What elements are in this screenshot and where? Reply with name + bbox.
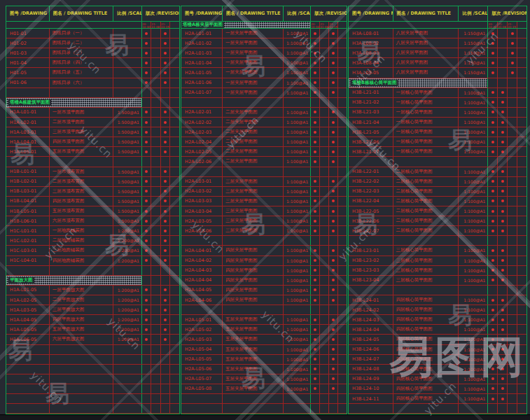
revision-cells	[488, 404, 526, 413]
revision-subcell	[329, 98, 338, 107]
revision-subcell	[161, 236, 171, 245]
revision-subcell	[311, 305, 320, 314]
revision-subcell	[311, 118, 320, 127]
drawing-title-cell: 二层地面铺装图	[50, 236, 113, 245]
revision-subcell	[508, 118, 517, 127]
revision-mark-icon	[501, 387, 504, 390]
revision-subcell	[338, 384, 347, 393]
drawing-no-cell: H2A-L05-08	[181, 384, 223, 393]
revision-subcell	[170, 266, 179, 275]
scale-cell: 1:200@A1	[113, 246, 142, 255]
revision-mark-icon	[164, 180, 167, 183]
revision-subcell	[329, 345, 338, 354]
revision-subcell	[320, 315, 329, 324]
revision-mark-icon	[145, 170, 148, 173]
revision-cells	[311, 206, 347, 216]
revision-mark-icon	[145, 71, 148, 74]
drawing-title-cell: 二层夹层平面图	[223, 147, 284, 156]
revision-subcell	[488, 29, 498, 38]
empty-row	[181, 167, 347, 177]
drawing-no-cell	[181, 98, 223, 107]
scale-cell: 1:100@A1	[459, 98, 488, 107]
revision-subcell	[311, 246, 320, 255]
revision-subcell	[517, 315, 526, 324]
revision-subcell	[488, 404, 498, 413]
drawing-no-cell: H3B-L24-05	[349, 335, 393, 344]
revision-mark-icon	[332, 111, 335, 113]
revision-subcell	[338, 286, 347, 295]
drawing-title-cell: 三层夹层平面图	[223, 187, 284, 196]
table-header-row: 图号 /DRAWING NO.图名 / DRAWING TITLE比例 /SCA…	[181, 6, 347, 22]
drawing-title-cell: 四层夹层平面图	[223, 276, 284, 285]
revision-subcell	[142, 226, 152, 235]
revision-subcell	[320, 394, 329, 403]
revision-subcell	[338, 88, 347, 97]
drawing-no-cell: H1A-L04-05	[6, 315, 50, 324]
revision-mark-icon	[314, 71, 316, 74]
table-row: H1A-L04-01四层吊顶平面图1:500@A1	[6, 137, 179, 147]
revision-subcell	[517, 118, 526, 127]
drawing-no-cell: H1A-L01-01	[6, 108, 50, 117]
revision-subcell	[170, 29, 179, 38]
table-row: H2A-L01-01一层夹层平面图1:100@A1	[181, 29, 347, 38]
revision-mark-icon	[491, 338, 494, 341]
table-row: H3B-L24-06四层核心筒平面图1:100@A1	[349, 345, 526, 355]
revision-subcell	[508, 137, 517, 146]
drawing-no-cell	[181, 167, 223, 176]
drawing-title-cell: 二层夹层平面图	[223, 118, 284, 127]
scale-cell	[459, 404, 488, 413]
drawing-title-cell: 四层核心筒平面图	[393, 305, 459, 314]
revision-subcell	[142, 325, 152, 334]
revision-subcell	[338, 355, 347, 364]
cad-drawing-list-canvas[interactable]: 图号 /DRAWING NO.图名 / DRAWING TITLE比例 /SCA…	[0, 0, 530, 420]
revision-subcell	[170, 98, 179, 107]
drawing-no-cell	[6, 394, 50, 403]
revision-date-subcell: 20-10-30	[311, 22, 320, 28]
revision-subcell	[311, 236, 320, 245]
col-header-scale: 比例 /SCALE	[284, 6, 311, 21]
revision-cells	[311, 197, 347, 206]
revision-subcell	[488, 226, 498, 235]
revision-mark-icon	[332, 318, 335, 321]
revision-cells	[311, 286, 347, 295]
drawing-title-cell: 四层核心筒平面图	[393, 325, 459, 334]
revision-cells	[488, 137, 526, 146]
revision-mark-icon	[491, 269, 494, 272]
drawing-title-cell: 二层核心筒平面图	[393, 226, 459, 235]
revision-cells	[488, 286, 526, 295]
scale-cell: 1:100@A1	[459, 295, 488, 304]
revision-mark-icon	[145, 220, 148, 223]
revision-subcell	[498, 394, 508, 403]
revision-subcell	[170, 88, 179, 97]
col-header-drawing-title: 图名 / DRAWING TITLE	[223, 6, 284, 21]
drawing-no-cell: H3B-L21-04	[349, 118, 393, 127]
revision-cells	[142, 325, 179, 334]
drawing-title-cell: 五层夹层平面图	[223, 315, 284, 324]
revision-cells	[142, 404, 179, 413]
revision-subcell	[311, 38, 320, 48]
drawing-title-cell: 八层夹层平面图	[393, 58, 459, 67]
revision-subcell	[517, 226, 526, 235]
drawing-no-cell: H2A-L01-06	[181, 78, 223, 88]
drawing-title-cell: 三层核心筒平面图	[393, 246, 459, 255]
revision-subcell	[488, 88, 498, 97]
revision-cells	[488, 147, 526, 156]
revision-mark-icon	[501, 309, 504, 312]
revision-date-subcell	[170, 22, 179, 28]
revision-subcell	[151, 38, 161, 48]
revision-subcell	[517, 295, 526, 304]
revision-subcell	[517, 355, 526, 364]
scale-cell: 1:100@A1	[459, 394, 488, 403]
revision-cells	[142, 335, 179, 344]
drawing-title-cell: 一层核心筒平面图	[393, 147, 459, 156]
drawing-title-cell: 四层核心筒平面图	[393, 384, 459, 393]
revision-subcell	[170, 355, 179, 364]
revision-subcell	[151, 167, 161, 176]
drawing-no-cell	[181, 236, 223, 245]
revision-subcell	[488, 108, 498, 117]
revision-subcell	[508, 48, 517, 57]
revision-subcell	[320, 137, 329, 146]
revision-subcell	[488, 68, 498, 77]
revision-mark-icon	[314, 190, 316, 192]
revision-subcell	[161, 167, 171, 176]
